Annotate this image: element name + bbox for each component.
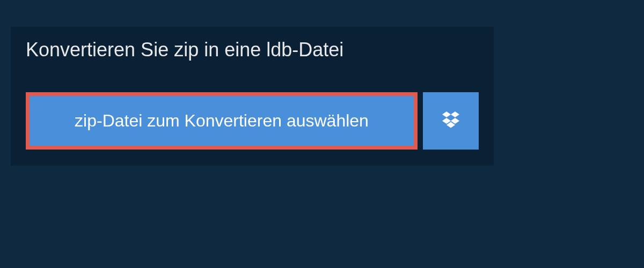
dropbox-icon	[440, 109, 462, 133]
select-file-button[interactable]: zip-Datei zum Konvertieren auswählen	[26, 92, 418, 150]
button-row: zip-Datei zum Konvertieren auswählen	[11, 92, 494, 150]
converter-panel: Konvertieren Sie zip in eine ldb-Datei z…	[11, 27, 494, 166]
dropbox-button[interactable]	[423, 92, 479, 150]
page-title: Konvertieren Sie zip in eine ldb-Datei	[11, 27, 358, 76]
select-file-label: zip-Datei zum Konvertieren auswählen	[75, 111, 369, 131]
